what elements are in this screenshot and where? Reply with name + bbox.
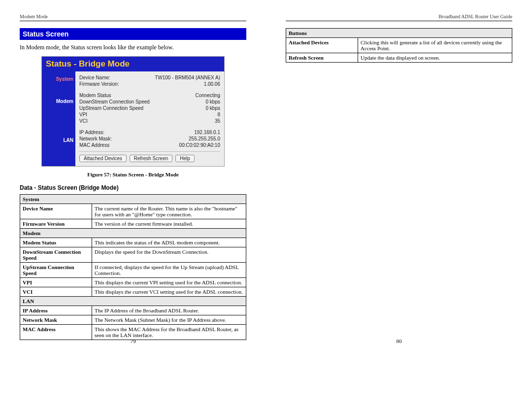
row-modem-status: Modem Status Connecting	[79, 92, 220, 99]
lbl-upstream: UpStream Connection Speed	[79, 105, 143, 111]
page-number-left: 79	[131, 338, 136, 344]
page-right: Broadband ADSL Router User Guide Buttons…	[266, 0, 532, 350]
cell-device-name-desc: The current name of the Router. This nam…	[92, 204, 246, 219]
cell-ds-desc: Displays the speed for the DownStream Co…	[92, 247, 246, 263]
table-row: Attached Devices Clicking this will gene…	[286, 38, 512, 53]
lbl-vpi: VPI	[79, 112, 87, 117]
cell-fw-desc: The version of the current firmware inst…	[92, 219, 246, 229]
table-row: Refresh Screen Update the data displayed…	[286, 53, 512, 63]
row-mac: MAC Address 00:C0:02:90:A0:10	[79, 142, 220, 148]
row-downstream: DownStream Connection Speed 0 kbps	[79, 99, 220, 105]
screenshot-sidebar: System Modem LAN	[42, 71, 75, 166]
cell-nm-desc: The Network Mask (Subnet Mask) for the I…	[92, 315, 246, 325]
table-row: VPI This displays the current VPI settin…	[20, 278, 246, 287]
row-device-name: Device Name: TW100 - BRM504 (ANNEX A)	[79, 74, 220, 81]
lbl-mask: Network Mask:	[79, 136, 112, 141]
side-modem: Modem	[44, 99, 73, 104]
cell-vci-desc: This displays the current VCI setting us…	[92, 287, 246, 297]
row-ip: IP Address: 192.168.0.1	[79, 129, 220, 136]
row-vci: VCI 35	[79, 118, 220, 124]
cell-ip-label: IP Address	[20, 306, 92, 315]
cell-ds-label: DownStream Connection Speed	[20, 247, 92, 263]
row-mask: Network Mask: 255.255.255.0	[79, 136, 220, 142]
table-row-section-lan: LAN	[20, 297, 246, 306]
table-header-system: System	[20, 195, 246, 204]
val-ip: 192.168.0.1	[194, 130, 220, 135]
data-table-bridge-mode: System Device Name The current name of t…	[20, 194, 246, 340]
row-vpi: VPI 8	[79, 111, 220, 118]
section-title: Status Screen	[20, 28, 246, 40]
cell-vpi-label: VPI	[20, 278, 92, 287]
lbl-modem-status: Modem Status	[79, 93, 111, 98]
screenshot-main: Device Name: TW100 - BRM504 (ANNEX A) Fi…	[75, 71, 224, 166]
cell-vci-label: VCI	[20, 287, 92, 297]
data-table-title: Data - Status Screen (Bridge Mode)	[20, 184, 246, 191]
cell-ad-desc: Clicking this will generate a list of al…	[358, 38, 512, 53]
page-header-right: Broadband ADSL Router User Guide	[286, 14, 512, 21]
buttons-table: Buttons Attached Devices Clicking this w…	[286, 28, 512, 63]
row-firmware: Firmware Version: 1.00.06	[79, 81, 220, 87]
cell-fw-label: Firmware Version	[20, 219, 92, 229]
cell-ad-label: Attached Devices	[286, 38, 358, 53]
cell-ip-desc: The IP Address of the Broadband ADSL Rou…	[92, 306, 246, 315]
lbl-vci: VCI	[79, 118, 88, 124]
cell-us-desc: If connected, displays the speed for the…	[92, 263, 246, 278]
table-row-section-modem: Modem	[20, 229, 246, 238]
lbl-device-name: Device Name:	[79, 75, 110, 80]
cell-rs-desc: Update the data displayed on screen.	[358, 53, 512, 63]
cell-nm-label: Network Mask	[20, 315, 92, 325]
cell-rs-label: Refresh Screen	[286, 53, 358, 63]
table-row: VCI This displays the current VCI settin…	[20, 287, 246, 297]
side-lan: LAN	[44, 137, 73, 143]
table-row-section-system: System	[20, 195, 246, 204]
val-mac: 00:C0:02:90:A0:10	[179, 142, 220, 148]
screenshot-body: System Modem LAN Device Name: TW100 - BR…	[42, 71, 224, 166]
table-row: Device Name The current name of the Rout…	[20, 204, 246, 219]
lbl-downstream: DownStream Connection Speed	[79, 99, 150, 104]
val-modem-status: Connecting	[195, 93, 220, 98]
page-left: Modem Mode Status Screen In Modem mode, …	[0, 0, 266, 350]
table-row: DownStream Connection Speed Displays the…	[20, 247, 246, 263]
table-header-modem: Modem	[20, 229, 246, 238]
page-header-left: Modem Mode	[20, 14, 246, 21]
cell-ms-label: Modem Status	[20, 238, 92, 247]
figure-caption: Figure 57: Status Screen - Bridge Mode	[20, 171, 246, 177]
attached-devices-button[interactable]: Attached Devices	[79, 155, 127, 162]
screenshot-title: Status - Bridge Mode	[42, 57, 224, 71]
table-header-lan: LAN	[20, 297, 246, 306]
val-downstream: 0 kbps	[206, 99, 220, 104]
val-vci: 35	[215, 118, 220, 124]
screenshot-button-bar: Attached Devices Refresh Screen Help	[79, 151, 220, 162]
val-device-name: TW100 - BRM504 (ANNEX A)	[155, 75, 220, 80]
lbl-ip: IP Address:	[79, 130, 104, 135]
cell-vpi-desc: This displays the current VPI setting us…	[92, 278, 246, 287]
cell-mac-label: MAC Address	[20, 325, 92, 340]
table-header-buttons: Buttons	[286, 29, 512, 38]
header-left-text: Modem Mode	[20, 14, 48, 19]
table-row: MAC Address This shows the MAC Address f…	[20, 325, 246, 340]
table-row: Firmware Version The version of the curr…	[20, 219, 246, 229]
table-row: Network Mask The Network Mask (Subnet Ma…	[20, 315, 246, 325]
lbl-firmware: Firmware Version:	[79, 81, 119, 87]
table-row: Modem Status This indicates the status o…	[20, 238, 246, 247]
row-upstream: UpStream Connection Speed 0 kbps	[79, 105, 220, 111]
side-system: System	[44, 76, 73, 82]
cell-us-label: UpStream Connection Speed	[20, 263, 92, 278]
refresh-screen-button[interactable]: Refresh Screen	[130, 155, 172, 162]
header-right-text: Broadband ADSL Router User Guide	[438, 14, 512, 19]
intro-text: In Modem mode, the Status screen looks l…	[20, 44, 246, 51]
table-row: UpStream Connection Speed If connected, …	[20, 263, 246, 278]
lbl-mac: MAC Address	[79, 142, 109, 148]
cell-mac-desc: This shows the MAC Address for the Broad…	[92, 325, 246, 340]
table-row-section-buttons: Buttons	[286, 29, 512, 38]
screenshot-bridge-mode: Status - Bridge Mode System Modem LAN De…	[41, 56, 225, 167]
two-page-spread: Modem Mode Status Screen In Modem mode, …	[0, 0, 532, 350]
cell-device-name-label: Device Name	[20, 204, 92, 219]
val-upstream: 0 kbps	[206, 105, 220, 111]
table-row: IP Address The IP Address of the Broadba…	[20, 306, 246, 315]
help-button[interactable]: Help	[175, 155, 195, 162]
val-mask: 255.255.255.0	[189, 136, 220, 141]
val-vpi: 8	[217, 112, 220, 117]
val-firmware: 1.00.06	[204, 81, 220, 87]
cell-ms-desc: This indicates the status of the ADSL mo…	[92, 238, 246, 247]
